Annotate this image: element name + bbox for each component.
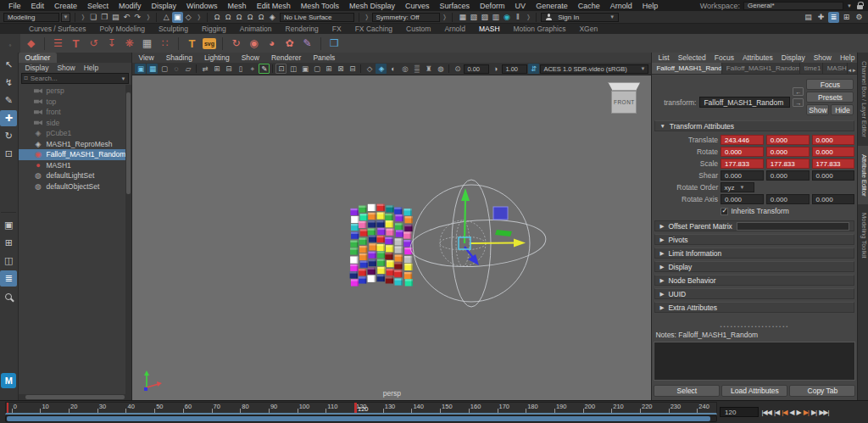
ae-menu-attributes[interactable]: Attributes — [738, 53, 777, 62]
attr-value-field[interactable]: 177.833 — [812, 159, 855, 169]
outliner-item-defaultlightset[interactable]: ◍defaultLightSet — [19, 170, 126, 181]
range-slider-fill[interactable] — [7, 416, 710, 421]
mash-dynamics-icon[interactable]: ❋ — [122, 36, 136, 51]
ae-menu-show[interactable]: Show — [810, 53, 836, 62]
camera-attributes-icon[interactable]: ▢ — [159, 64, 170, 74]
menu-windows[interactable]: Windows — [181, 2, 223, 10]
attr-value-field[interactable]: 0.000 — [812, 135, 855, 145]
shadows-icon[interactable]: ▒ — [411, 64, 422, 74]
outliner-persp-layout-button[interactable]: ≣ — [0, 270, 17, 287]
attr-value-field[interactable]: 0.000 — [766, 194, 810, 204]
outliner-title-tab[interactable]: Outliner — [19, 53, 58, 63]
scale-tool[interactable]: ⊡ — [0, 146, 17, 162]
lighting-all-icon[interactable]: ◎ — [399, 64, 410, 74]
menu-edit-mesh[interactable]: Edit Mesh — [252, 2, 296, 10]
presets-button[interactable]: Presets — [806, 92, 854, 103]
pause-viewport-icon[interactable]: ‖ — [512, 12, 523, 23]
render-current-frame-icon[interactable]: ▧ — [468, 12, 479, 23]
ae-tab-time1[interactable]: time1 — [800, 63, 823, 74]
snap-to-view-plane-icon[interactable]: Ω — [256, 12, 267, 23]
menu-select[interactable]: Select — [82, 2, 114, 10]
view-transform-icon[interactable]: ⇵ — [528, 64, 539, 74]
step-back-frame-button[interactable]: |◀ — [772, 406, 780, 418]
shelf-tab-motion-graphics[interactable]: Motion Graphics — [507, 25, 573, 34]
mash-world-icon[interactable]: ▦ — [140, 36, 154, 51]
section-display[interactable]: ▶Display — [654, 261, 854, 272]
dock-tab-attribute-editor[interactable]: Attribute Editor — [858, 146, 868, 205]
object-details-icon[interactable]: ▤ — [803, 12, 814, 23]
attr-value-field[interactable]: 0.000 — [812, 170, 855, 181]
ae-menu-help[interactable]: Help — [836, 53, 859, 62]
menu-set-selector[interactable]: Modeling — [3, 13, 59, 22]
shelf-tab-fx-caching[interactable]: FX Caching — [348, 25, 399, 34]
dock-tab-modeling-toolkit[interactable]: Modeling Toolkit — [858, 204, 868, 267]
section-node-behavior[interactable]: ▶Node Behavior — [654, 275, 854, 286]
mash-shelf-icon[interactable]: ◆ — [24, 36, 38, 51]
shelf-tab-poly-modeling[interactable]: Poly Modeling — [93, 25, 152, 34]
viewport-menu-lighting[interactable]: Lighting — [198, 53, 236, 62]
menu-mesh-tools[interactable]: Mesh Tools — [296, 2, 344, 10]
use-default-material-icon[interactable]: ▢ — [311, 64, 322, 74]
2d-pan-zoom-icon[interactable]: ⇄ — [199, 64, 210, 74]
gamma-field[interactable]: 1.00 — [502, 64, 527, 74]
shelf-tab-rendering[interactable]: Rendering — [279, 25, 326, 34]
offset-parent-matrix-field[interactable] — [737, 222, 850, 231]
ae-menu-selected[interactable]: Selected — [674, 53, 710, 62]
mash-placer-icon[interactable]: ↧ — [104, 36, 119, 51]
time-slider[interactable]: 0102030405060708090100110120130140150160… — [5, 402, 717, 415]
menu-mesh-display[interactable]: Mesh Display — [344, 2, 400, 10]
step-back-key-button[interactable]: |◀ — [781, 406, 788, 418]
attr-value-field[interactable]: 0.000 — [766, 170, 810, 181]
workspace-value[interactable]: General* — [743, 2, 843, 10]
move-tool[interactable]: ✚ — [0, 110, 17, 126]
boolean-icon[interactable]: ◉ — [247, 36, 261, 51]
single-pane-layout-button[interactable]: ▣ — [0, 217, 17, 233]
attr-value-field[interactable]: 0.000 — [766, 147, 810, 157]
viewport-menu-shading[interactable]: Shading — [160, 53, 198, 62]
viewcube[interactable]: FRONT — [608, 82, 640, 116]
two-pane-layout-button[interactable]: ◫ — [0, 253, 17, 269]
outliner-search-input[interactable]: ⌑ Search... ▼ — [21, 73, 130, 84]
outliner-menu-show[interactable]: Show — [53, 64, 78, 71]
select-object-icon[interactable]: ▣ — [172, 12, 183, 23]
textured-icon[interactable]: ▣ — [299, 64, 310, 74]
attr-value-field[interactable]: 243.446 — [721, 135, 764, 145]
shelf-tab-animation[interactable]: Animation — [233, 25, 279, 34]
chevron-down-icon[interactable]: ▼ — [609, 14, 615, 19]
attr-value-field[interactable]: 0.000 — [812, 147, 855, 157]
xray-icon[interactable]: ◈ — [376, 64, 387, 74]
step-forward-frame-button[interactable]: ▶| — [810, 406, 817, 418]
output-connection-icon[interactable]: → — [793, 98, 804, 107]
viewport-menu-panels[interactable]: Panels — [307, 53, 341, 62]
wireframe-icon[interactable]: ⊡ — [275, 64, 287, 74]
menu-deform[interactable]: Deform — [475, 2, 510, 10]
input-connection-icon[interactable]: ← — [793, 87, 804, 96]
mash-falloff-icon[interactable]: ∷ — [158, 36, 172, 51]
range-slider[interactable] — [5, 415, 717, 422]
mash-curve-icon[interactable]: ↺ — [86, 36, 101, 51]
transform-attributes-section-header[interactable]: ▼ Transform Attributes — [654, 120, 854, 131]
menu-curves[interactable]: Curves — [400, 2, 435, 10]
menu-display[interactable]: Display — [147, 2, 182, 10]
shelf-options-icon[interactable]: ◦ — [9, 42, 12, 49]
image-plane-icon[interactable]: ▱ — [182, 64, 193, 74]
section-uuid[interactable]: ▶UUID — [654, 288, 854, 299]
menu-surfaces[interactable]: Surfaces — [435, 2, 476, 10]
ae-tab-falloff-mash1-random[interactable]: Falloff_MASH1_Random — [652, 63, 721, 74]
go-to-start-button[interactable]: |◀◀ — [760, 406, 772, 418]
safe-action-icon[interactable]: ⊟ — [223, 64, 234, 74]
render-view-icon[interactable]: ▦ — [457, 12, 468, 23]
go-to-end-button[interactable]: ▶▶| — [818, 406, 830, 418]
ipr-render-icon[interactable]: ▨ — [479, 12, 490, 23]
outliner-item-front[interactable]: front — [19, 107, 126, 118]
mash-type-icon[interactable]: T — [69, 36, 83, 51]
current-frame-marker[interactable]: 120 — [354, 403, 357, 413]
remesh-icon[interactable]: ◕ — [264, 36, 279, 51]
type-tool-icon[interactable]: T — [185, 36, 199, 51]
section-limit-information[interactable]: ▶Limit Information — [654, 248, 854, 259]
ambient-occlusion-icon[interactable]: ♜ — [423, 64, 434, 74]
shelf-tab-sculpting[interactable]: Sculpting — [152, 25, 195, 34]
show-button[interactable]: Show — [806, 104, 829, 115]
retopologize-icon[interactable]: ✿ — [282, 36, 297, 51]
viewport-menu-renderer[interactable]: Renderer — [265, 53, 307, 62]
